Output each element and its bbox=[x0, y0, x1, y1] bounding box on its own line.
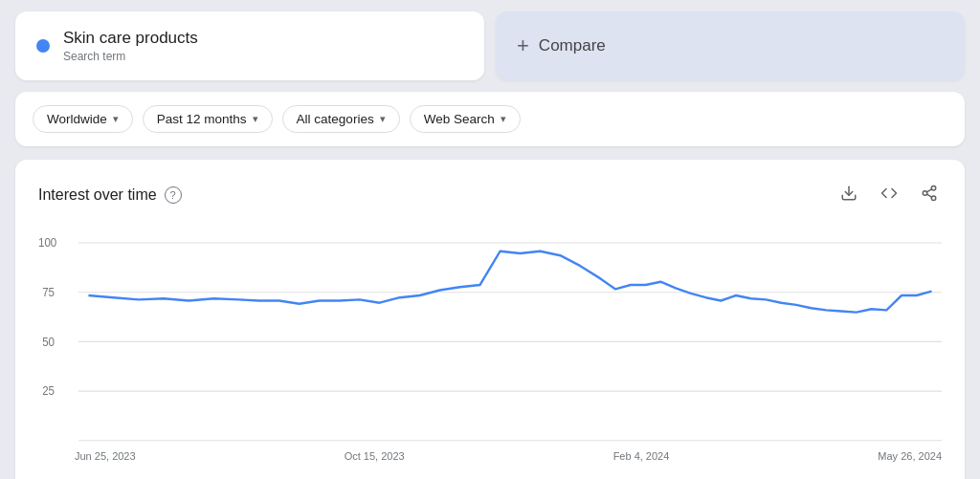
chart-svg: 100 75 50 25 bbox=[38, 232, 942, 443]
category-filter[interactable]: All categories ▾ bbox=[282, 105, 400, 133]
search-term-card: Skin care products Search term bbox=[15, 11, 484, 80]
chart-card: Interest over time ? bbox=[15, 160, 965, 479]
search-type-filter[interactable]: Web Search ▾ bbox=[410, 105, 521, 133]
share-button[interactable] bbox=[917, 181, 942, 209]
help-icon[interactable]: ? bbox=[165, 186, 182, 204]
svg-line-5 bbox=[926, 189, 931, 192]
svg-text:50: 50 bbox=[42, 336, 55, 349]
chart-title: Interest over time bbox=[38, 186, 157, 204]
chart-title-row: Interest over time ? bbox=[38, 186, 182, 204]
x-label-2: Oct 15, 2023 bbox=[345, 450, 405, 462]
filters-row: Worldwide ▾ Past 12 months ▾ All categor… bbox=[15, 92, 965, 146]
embed-button[interactable] bbox=[877, 181, 902, 209]
chevron-down-icon: ▾ bbox=[113, 113, 119, 125]
compare-card[interactable]: + Compare bbox=[496, 11, 965, 80]
search-term-text: Skin care products Search term bbox=[63, 29, 198, 63]
chevron-down-icon: ▾ bbox=[380, 113, 386, 125]
chart-header: Interest over time ? bbox=[38, 181, 942, 209]
x-axis-labels: Jun 25, 2023 Oct 15, 2023 Feb 4, 2024 Ma… bbox=[38, 450, 942, 462]
compare-label: Compare bbox=[539, 36, 606, 55]
chevron-down-icon: ▾ bbox=[501, 113, 506, 125]
search-term-name: Skin care products bbox=[63, 29, 198, 48]
svg-text:75: 75 bbox=[42, 286, 55, 299]
search-term-type: Search term bbox=[63, 50, 198, 63]
chevron-down-icon: ▾ bbox=[253, 113, 258, 125]
x-label-4: May 26, 2024 bbox=[878, 450, 942, 462]
x-label-3: Feb 4, 2024 bbox=[613, 450, 670, 462]
svg-text:100: 100 bbox=[38, 236, 57, 250]
compare-plus-icon: + bbox=[517, 33, 529, 58]
time-filter[interactable]: Past 12 months ▾ bbox=[143, 105, 273, 133]
search-term-dot bbox=[36, 39, 50, 53]
svg-text:25: 25 bbox=[42, 384, 55, 398]
chart-area: 100 75 50 25 bbox=[38, 232, 942, 443]
chart-actions bbox=[836, 181, 942, 209]
region-filter[interactable]: Worldwide ▾ bbox=[33, 105, 133, 133]
x-label-1: Jun 25, 2023 bbox=[75, 450, 136, 462]
download-button[interactable] bbox=[836, 181, 861, 209]
svg-line-4 bbox=[926, 194, 931, 197]
